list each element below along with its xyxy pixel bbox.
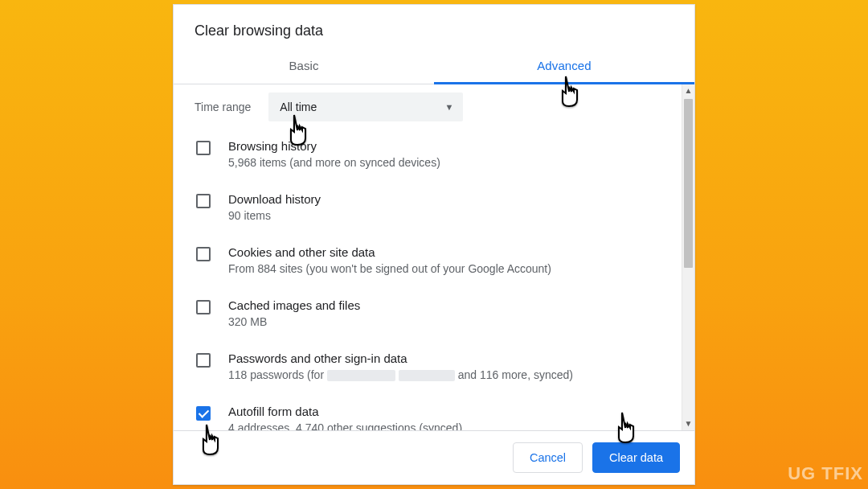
tab-advanced[interactable]: Advanced — [434, 47, 694, 84]
dialog-title: Clear browsing data — [174, 5, 694, 47]
scrollbar-up-icon[interactable]: ▲ — [682, 84, 694, 97]
option-subtitle: 4 addresses, 4,740 other suggestions (sy… — [228, 420, 462, 430]
option-subtitle: 320 MB — [228, 314, 360, 331]
time-range-value: All time — [280, 101, 317, 113]
option-subtitle: From 884 sites (you won't be signed out … — [228, 261, 551, 277]
cancel-button[interactable]: Cancel — [513, 442, 583, 473]
option-subtitle: 118 passwords (for and 116 more, synced) — [228, 367, 573, 384]
time-range-label: Time range — [194, 101, 251, 113]
checkbox-cached[interactable] — [196, 300, 211, 314]
chevron-down-icon: ▼ — [444, 102, 453, 112]
option-passwords[interactable]: Passwords and other sign-in data 118 pas… — [182, 340, 682, 393]
redacted-text — [327, 370, 395, 381]
option-cookies[interactable]: Cookies and other site data From 884 sit… — [182, 234, 682, 287]
dialog-body: Time range All time ▼ Browsing history 5… — [174, 84, 694, 430]
option-title: Cookies and other site data — [228, 244, 551, 261]
option-title: Download history — [228, 191, 321, 208]
checkbox-browsing-history[interactable] — [196, 141, 211, 155]
option-cached[interactable]: Cached images and files 320 MB — [182, 287, 682, 340]
time-range-select[interactable]: All time ▼ — [268, 92, 463, 121]
checkbox-download-history[interactable] — [196, 194, 211, 208]
tab-bar: Basic Advanced — [174, 47, 694, 84]
checkbox-cookies[interactable] — [196, 247, 211, 261]
scrollbar[interactable]: ▲ ▼ — [682, 84, 694, 430]
option-subtitle: 90 items — [228, 208, 321, 224]
time-range-row: Time range All time ▼ — [182, 84, 682, 128]
option-title: Browsing history — [228, 138, 440, 154]
option-browsing-history[interactable]: Browsing history 5,968 items (and more o… — [182, 128, 682, 181]
option-autofill[interactable]: Autofill form data 4 addresses, 4,740 ot… — [182, 393, 682, 430]
option-subtitle: 5,968 items (and more on synced devices) — [228, 154, 440, 171]
option-download-history[interactable]: Download history 90 items — [182, 181, 682, 234]
scrollbar-thumb[interactable] — [684, 99, 693, 268]
checkbox-passwords[interactable] — [196, 353, 211, 368]
clear-data-button[interactable]: Clear data — [592, 442, 680, 473]
option-title: Passwords and other sign-in data — [228, 350, 573, 367]
redacted-text — [399, 370, 455, 381]
watermark: UG TFIX — [788, 463, 863, 484]
scrollbar-down-icon[interactable]: ▼ — [682, 417, 694, 430]
option-title: Autofill form data — [228, 403, 462, 420]
dialog-footer: Cancel Clear data — [174, 430, 694, 484]
option-title: Cached images and files — [228, 297, 360, 314]
options-panel: Time range All time ▼ Browsing history 5… — [174, 84, 682, 430]
tab-basic[interactable]: Basic — [174, 47, 434, 84]
checkbox-autofill[interactable] — [196, 406, 211, 421]
clear-browsing-data-dialog: Clear browsing data Basic Advanced Time … — [173, 4, 695, 485]
